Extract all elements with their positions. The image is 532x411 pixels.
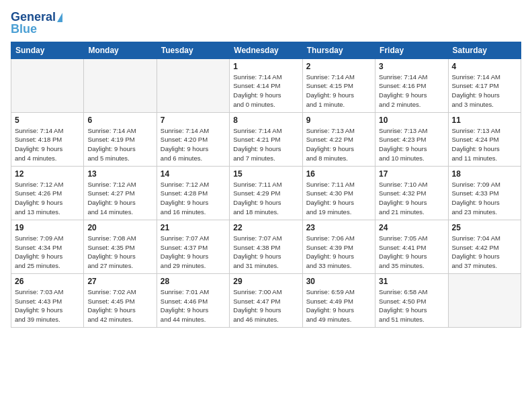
calendar-cell: 4Sunrise: 7:14 AM Sunset: 4:17 PM Daylig… (448, 58, 521, 112)
calendar-cell: 9Sunrise: 7:13 AM Sunset: 4:22 PM Daylig… (302, 112, 375, 166)
day-number: 19 (15, 223, 80, 232)
day-number: 16 (306, 169, 371, 179)
calendar-cell: 19Sunrise: 7:09 AM Sunset: 4:34 PM Dayli… (11, 220, 84, 273)
week-row-5: 26Sunrise: 7:03 AM Sunset: 4:43 PM Dayli… (11, 273, 521, 327)
calendar-cell (448, 273, 521, 327)
calendar-cell: 16Sunrise: 7:11 AM Sunset: 4:30 PM Dayli… (302, 166, 375, 220)
day-number: 5 (15, 116, 80, 125)
day-info: Sunrise: 7:14 AM Sunset: 4:21 PM Dayligh… (233, 126, 298, 163)
day-info: Sunrise: 7:04 AM Sunset: 4:42 PM Dayligh… (452, 234, 517, 271)
day-number: 4 (452, 62, 517, 71)
day-number: 31 (379, 277, 444, 286)
weekday-header-thursday: Thursday (302, 42, 375, 58)
day-info: Sunrise: 7:11 AM Sunset: 4:29 PM Dayligh… (233, 180, 298, 217)
day-number: 8 (233, 116, 298, 125)
calendar-cell: 15Sunrise: 7:11 AM Sunset: 4:29 PM Dayli… (230, 166, 302, 220)
day-number: 29 (233, 277, 298, 286)
day-info: Sunrise: 7:13 AM Sunset: 4:24 PM Dayligh… (452, 126, 517, 163)
weekday-header-monday: Monday (84, 42, 157, 58)
day-number: 27 (87, 277, 152, 286)
day-number: 26 (15, 277, 80, 286)
day-info: Sunrise: 7:07 AM Sunset: 4:37 PM Dayligh… (161, 234, 226, 271)
day-number: 11 (452, 116, 517, 125)
calendar-cell: 22Sunrise: 7:07 AM Sunset: 4:38 PM Dayli… (230, 220, 302, 273)
calendar-cell (84, 58, 157, 112)
day-info: Sunrise: 7:13 AM Sunset: 4:22 PM Dayligh… (306, 126, 371, 163)
calendar-cell: 29Sunrise: 7:00 AM Sunset: 4:47 PM Dayli… (230, 273, 302, 327)
day-info: Sunrise: 7:14 AM Sunset: 4:19 PM Dayligh… (87, 126, 152, 163)
calendar-cell: 23Sunrise: 7:06 AM Sunset: 4:39 PM Dayli… (302, 220, 375, 273)
day-number: 3 (379, 62, 444, 71)
calendar-cell: 25Sunrise: 7:04 AM Sunset: 4:42 PM Dayli… (448, 220, 521, 273)
day-number: 28 (161, 277, 226, 286)
logo-triangle-icon (57, 13, 62, 22)
weekday-header-sunday: Sunday (11, 42, 84, 58)
day-number: 15 (233, 169, 298, 179)
week-row-2: 5Sunrise: 7:14 AM Sunset: 4:18 PM Daylig… (11, 112, 521, 166)
day-info: Sunrise: 7:11 AM Sunset: 4:30 PM Dayligh… (306, 180, 371, 217)
day-number: 12 (15, 169, 80, 179)
day-info: Sunrise: 7:14 AM Sunset: 4:15 PM Dayligh… (306, 73, 371, 109)
day-info: Sunrise: 6:58 AM Sunset: 4:50 PM Dayligh… (379, 287, 444, 324)
day-number: 24 (379, 223, 444, 232)
day-info: Sunrise: 7:02 AM Sunset: 4:45 PM Dayligh… (87, 287, 152, 324)
day-number: 9 (306, 116, 371, 125)
calendar-cell: 26Sunrise: 7:03 AM Sunset: 4:43 PM Dayli… (11, 273, 84, 327)
day-number: 25 (452, 223, 517, 232)
day-info: Sunrise: 7:05 AM Sunset: 4:41 PM Dayligh… (379, 234, 444, 271)
calendar-cell: 8Sunrise: 7:14 AM Sunset: 4:21 PM Daylig… (230, 112, 302, 166)
calendar-cell: 18Sunrise: 7:09 AM Sunset: 4:33 PM Dayli… (448, 166, 521, 220)
calendar-cell (11, 58, 84, 112)
day-info: Sunrise: 7:09 AM Sunset: 4:34 PM Dayligh… (15, 234, 80, 271)
day-info: Sunrise: 7:10 AM Sunset: 4:32 PM Dayligh… (379, 180, 444, 217)
day-info: Sunrise: 6:59 AM Sunset: 4:49 PM Dayligh… (306, 287, 371, 324)
calendar-cell: 31Sunrise: 6:58 AM Sunset: 4:50 PM Dayli… (375, 273, 448, 327)
week-row-4: 19Sunrise: 7:09 AM Sunset: 4:34 PM Dayli… (11, 220, 521, 273)
calendar-cell: 6Sunrise: 7:14 AM Sunset: 4:19 PM Daylig… (84, 112, 157, 166)
calendar-cell: 30Sunrise: 6:59 AM Sunset: 4:49 PM Dayli… (302, 273, 375, 327)
day-info: Sunrise: 7:13 AM Sunset: 4:23 PM Dayligh… (379, 126, 444, 163)
day-info: Sunrise: 7:06 AM Sunset: 4:39 PM Dayligh… (306, 234, 371, 271)
weekday-header-wednesday: Wednesday (230, 42, 302, 58)
day-info: Sunrise: 7:12 AM Sunset: 4:28 PM Dayligh… (161, 180, 226, 217)
calendar-cell: 10Sunrise: 7:13 AM Sunset: 4:23 PM Dayli… (375, 112, 448, 166)
page: General Blue SundayMondayTuesdayWednesda… (0, 0, 532, 411)
day-number: 21 (161, 223, 226, 232)
calendar-cell: 17Sunrise: 7:10 AM Sunset: 4:32 PM Dayli… (375, 166, 448, 220)
day-number: 22 (233, 223, 298, 232)
calendar-cell: 1Sunrise: 7:14 AM Sunset: 4:14 PM Daylig… (230, 58, 302, 112)
calendar-cell: 5Sunrise: 7:14 AM Sunset: 4:18 PM Daylig… (11, 112, 84, 166)
calendar-cell: 2Sunrise: 7:14 AM Sunset: 4:15 PM Daylig… (302, 58, 375, 112)
day-info: Sunrise: 7:14 AM Sunset: 4:18 PM Dayligh… (15, 126, 80, 163)
calendar-cell: 28Sunrise: 7:01 AM Sunset: 4:46 PM Dayli… (157, 273, 229, 327)
calendar-cell: 21Sunrise: 7:07 AM Sunset: 4:37 PM Dayli… (157, 220, 229, 273)
day-info: Sunrise: 7:14 AM Sunset: 4:20 PM Dayligh… (161, 126, 226, 163)
calendar-cell: 12Sunrise: 7:12 AM Sunset: 4:26 PM Dayli… (11, 166, 84, 220)
day-info: Sunrise: 7:12 AM Sunset: 4:26 PM Dayligh… (15, 180, 80, 217)
calendar-cell: 3Sunrise: 7:14 AM Sunset: 4:16 PM Daylig… (375, 58, 448, 112)
weekday-header-saturday: Saturday (448, 42, 521, 58)
day-number: 14 (161, 169, 226, 179)
day-info: Sunrise: 7:07 AM Sunset: 4:38 PM Dayligh… (233, 234, 298, 271)
day-number: 7 (161, 116, 226, 125)
week-row-3: 12Sunrise: 7:12 AM Sunset: 4:26 PM Dayli… (11, 166, 521, 220)
header: General Blue (11, 11, 521, 36)
week-row-1: 1Sunrise: 7:14 AM Sunset: 4:14 PM Daylig… (11, 58, 521, 112)
day-number: 6 (87, 116, 152, 125)
day-number: 23 (306, 223, 371, 232)
calendar-cell: 13Sunrise: 7:12 AM Sunset: 4:27 PM Dayli… (84, 166, 157, 220)
day-number: 18 (452, 169, 517, 179)
calendar-cell: 11Sunrise: 7:13 AM Sunset: 4:24 PM Dayli… (448, 112, 521, 166)
day-info: Sunrise: 7:14 AM Sunset: 4:14 PM Dayligh… (233, 73, 298, 109)
calendar-cell: 7Sunrise: 7:14 AM Sunset: 4:20 PM Daylig… (157, 112, 229, 166)
day-number: 2 (306, 62, 371, 71)
weekday-header-tuesday: Tuesday (157, 42, 229, 58)
day-info: Sunrise: 7:00 AM Sunset: 4:47 PM Dayligh… (233, 287, 298, 324)
day-number: 20 (87, 223, 152, 232)
day-info: Sunrise: 7:09 AM Sunset: 4:33 PM Dayligh… (452, 180, 517, 217)
logo-blue: Blue (11, 23, 37, 36)
day-number: 1 (233, 62, 298, 71)
day-number: 30 (306, 277, 371, 286)
weekday-header-row: SundayMondayTuesdayWednesdayThursdayFrid… (11, 42, 521, 58)
day-info: Sunrise: 7:12 AM Sunset: 4:27 PM Dayligh… (87, 180, 152, 217)
